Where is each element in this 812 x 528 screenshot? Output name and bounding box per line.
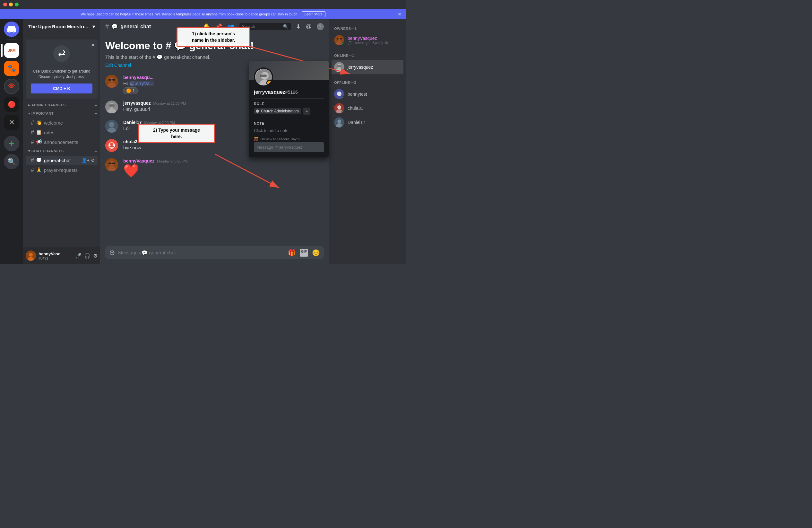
add-server-button[interactable]: + bbox=[4, 136, 19, 151]
add-admin-channel-icon[interactable]: + bbox=[95, 102, 98, 108]
gift-icon[interactable]: 🎁 bbox=[288, 249, 296, 257]
svg-rect-14 bbox=[109, 104, 115, 106]
svg-rect-24 bbox=[112, 162, 115, 164]
general-chat-emoji: 💬 bbox=[36, 157, 42, 163]
channel-label-welcome: welcome bbox=[44, 120, 63, 126]
svg-rect-8 bbox=[108, 79, 111, 81]
member-item-owner-benny[interactable]: bennyVasquez 🎵 Listening to Spotify 🖥 bbox=[332, 33, 403, 47]
active-indicator bbox=[1, 44, 3, 57]
microphone-icon[interactable]: 🎤 bbox=[75, 253, 82, 259]
channel-header: # 💬 general-chat 🔔 📌 👥 Search 🔍 ⬇ @ ? bbox=[100, 19, 329, 34]
explore-servers-button[interactable]: 🔍 bbox=[4, 154, 19, 169]
member-item-jerry[interactable]: jerryvasquez bbox=[332, 60, 403, 74]
add-role-button[interactable]: + bbox=[303, 108, 310, 115]
at-icon[interactable]: @ bbox=[306, 23, 311, 30]
rules-emoji: 📋 bbox=[36, 129, 42, 135]
channel-item-general-chat[interactable]: # 💬 general-chat 👤+ ⚙ bbox=[26, 156, 98, 165]
roles-container: Church Administrators + bbox=[254, 108, 324, 115]
download-icon[interactable]: ⬇ bbox=[296, 23, 301, 30]
category-admin[interactable]: ▸ ADMIN CHANNELS + bbox=[23, 101, 100, 110]
svg-text:⇄: ⇄ bbox=[58, 48, 66, 58]
announcement-bar: We hope Discord can be helpful in these … bbox=[0, 9, 406, 19]
chevron-down-icon-important: ▾ bbox=[28, 112, 31, 115]
welcome-title-emoji: 💬 bbox=[174, 40, 187, 52]
learn-more-button[interactable]: Learn More bbox=[302, 11, 325, 17]
close-button[interactable] bbox=[3, 3, 7, 6]
message-input[interactable] bbox=[118, 246, 285, 259]
channel-item-welcome[interactable]: # 👋 welcome bbox=[26, 118, 98, 128]
hash-icon-general: # bbox=[31, 157, 34, 164]
member-item-daniel-offline[interactable]: Daniel17 bbox=[332, 115, 403, 129]
status-dot-bennytest bbox=[342, 96, 344, 99]
pin-icon[interactable]: 📌 bbox=[215, 23, 222, 30]
mention-jerry[interactable]: @jerryVa... bbox=[129, 81, 154, 86]
maximize-button[interactable] bbox=[15, 3, 19, 6]
server-icon-urm[interactable]: URM bbox=[4, 43, 19, 58]
search-placeholder: Search bbox=[242, 24, 280, 29]
channel-item-announcements[interactable]: # 📢 announcements bbox=[26, 138, 98, 147]
role-badge-church-admin[interactable]: Church Administrators bbox=[254, 108, 301, 114]
member-avatar-chula-offline bbox=[334, 103, 344, 113]
headphones-icon[interactable]: 🎧 bbox=[84, 253, 90, 259]
channel-header-emoji: 💬 bbox=[111, 24, 118, 30]
members-sidebar: OWNERS—1 bennyVasquez 🎵 Listening to bbox=[329, 19, 406, 264]
app-container: URM 🐾 👁 🔴 ✕ + 🔍 The UpperRoom Ministri..… bbox=[0, 19, 406, 264]
window-chrome bbox=[0, 0, 406, 9]
reaction-orange[interactable]: 🟠 1 bbox=[123, 87, 138, 94]
help-icon[interactable]: ? bbox=[317, 23, 324, 30]
msg-header-5: bennyVasquez Monday at 8:23 PM bbox=[123, 158, 324, 163]
msg-author-benny-2[interactable]: bennyVasquez bbox=[123, 158, 154, 163]
add-chat-channel-icon[interactable]: + bbox=[95, 148, 98, 154]
profile-divider-2 bbox=[254, 118, 324, 118]
qs-close-icon[interactable]: ✕ bbox=[91, 42, 95, 48]
note-placeholder[interactable]: Click to add a note bbox=[254, 128, 289, 133]
msg-author-chula[interactable]: chula31 bbox=[123, 139, 140, 144]
server-icon-x[interactable]: ✕ bbox=[4, 115, 19, 130]
channel-label-rules: rules bbox=[44, 130, 55, 135]
chat-category-label: CHAT CHANNELS bbox=[31, 149, 63, 153]
add-member-icon[interactable]: 👤+ bbox=[82, 158, 89, 163]
member-name-jerry: jerryvasquez bbox=[348, 65, 373, 70]
qs-icon: ⇄ bbox=[31, 45, 92, 66]
message-group-5: bennyVasquez Monday at 8:23 PM ❤️ bbox=[105, 158, 324, 177]
category-chat[interactable]: ▾ CHAT CHANNELS + bbox=[23, 147, 100, 155]
member-item-bennytest[interactable]: bennytest bbox=[332, 87, 403, 101]
category-important[interactable]: ▾ IMPORTANT + bbox=[23, 110, 100, 118]
bell-icon[interactable]: 🔔 bbox=[203, 23, 210, 30]
server-header[interactable]: The UpperRoom Ministri... ▾ bbox=[23, 19, 100, 34]
server-divider-2 bbox=[6, 133, 17, 133]
msg-timestamp-3: Monday at 7:20 PM bbox=[144, 121, 175, 125]
minimize-button[interactable] bbox=[9, 3, 13, 6]
server-icon-dark1[interactable]: 👁 bbox=[4, 79, 19, 94]
channel-item-prayer[interactable]: # 🙏 prayer-requests bbox=[26, 166, 98, 175]
member-item-chula-offline[interactable]: chula31 bbox=[332, 101, 403, 115]
dm-message-input[interactable] bbox=[254, 142, 324, 152]
hash-icon-announcements: # bbox=[31, 139, 34, 145]
channel-item-rules[interactable]: # 📋 rules bbox=[26, 128, 98, 137]
cmd-k-button[interactable]: CMD + K bbox=[31, 84, 92, 94]
member-name-benny-owner: bennyVasquez bbox=[348, 35, 388, 41]
members-icon[interactable]: 👥 bbox=[227, 23, 234, 30]
msg-author-jerry[interactable]: jerryvasquez bbox=[123, 101, 151, 106]
user-settings-icon[interactable]: ⚙ bbox=[93, 253, 98, 259]
user-discriminator: #8491 bbox=[39, 256, 73, 260]
svg-rect-35 bbox=[337, 65, 342, 67]
profile-avatar: 🌙 bbox=[254, 68, 273, 87]
discord-home-icon[interactable] bbox=[4, 22, 19, 37]
announcement-close-icon[interactable]: ✕ bbox=[398, 12, 402, 17]
search-box[interactable]: Search 🔍 bbox=[240, 23, 291, 30]
server-icon-dark2[interactable]: 🔴 bbox=[4, 97, 19, 112]
svg-point-3 bbox=[29, 253, 33, 257]
msg-author-daniel[interactable]: Daniel17 bbox=[123, 120, 142, 125]
add-file-icon[interactable]: ⊕ bbox=[109, 248, 115, 257]
edit-channel-link[interactable]: Edit Channel bbox=[105, 62, 131, 68]
msg-heart: ❤️ bbox=[123, 164, 324, 177]
user-avatar bbox=[26, 251, 36, 261]
add-important-channel-icon[interactable]: + bbox=[95, 111, 98, 117]
settings-gear-icon[interactable]: ⚙ bbox=[91, 158, 95, 163]
emoji-icon[interactable]: 😊 bbox=[312, 249, 320, 257]
msg-author-benny-1[interactable]: bennyVasqu... bbox=[123, 75, 154, 80]
server-icon-paw[interactable]: 🐾 bbox=[4, 61, 19, 76]
member-name-chula-offline: chula31 bbox=[348, 106, 363, 111]
gif-icon[interactable]: GIF bbox=[300, 249, 308, 257]
